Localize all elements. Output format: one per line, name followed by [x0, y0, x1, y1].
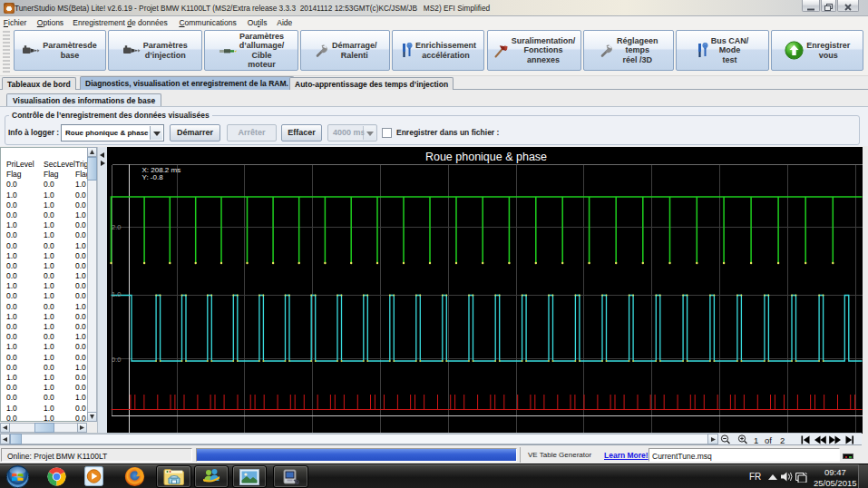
svg-text:1.0: 1.0 [112, 290, 121, 298]
svg-text:Y: -0.8: Y: -0.8 [141, 173, 163, 181]
svg-text:0.0: 0.0 [112, 356, 121, 364]
svg-text:Roue phonique & phase: Roue phonique & phase [424, 151, 546, 163]
svg-text:2.0: 2.0 [112, 223, 121, 231]
